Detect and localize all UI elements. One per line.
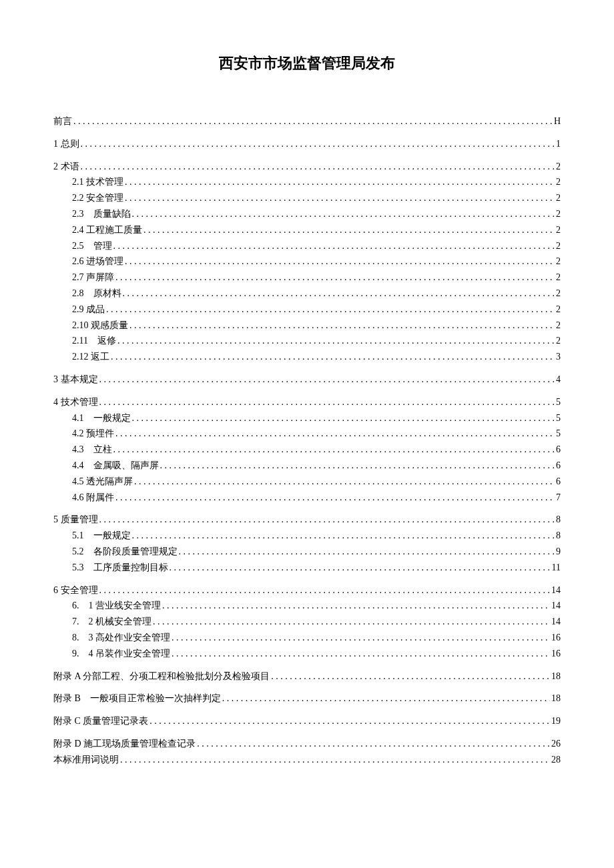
toc-leader-dots bbox=[123, 286, 555, 302]
toc-label: 4 技术管理 bbox=[53, 394, 98, 410]
toc-entry: 2.5 管理2 bbox=[53, 238, 561, 254]
toc-entry: 6 安全管理14 bbox=[53, 582, 561, 598]
toc-leader-dots bbox=[115, 270, 555, 286]
toc-page-number: 18 bbox=[551, 691, 561, 707]
toc-leader-dots bbox=[115, 426, 555, 442]
toc-entry: 6. 1 营业线安全管理14 bbox=[53, 598, 561, 614]
toc-page-number: 2 bbox=[556, 174, 561, 190]
toc-leader-dots bbox=[125, 190, 555, 206]
toc-label: 8. 3 高处作业安全管理 bbox=[72, 630, 170, 646]
toc-entry: 2.12 返工3 bbox=[53, 349, 561, 365]
toc-label: 2.7 声屏障 bbox=[72, 270, 114, 286]
toc-label: 附录 A 分部工程、分项工程和检验批划分及检验项目 bbox=[53, 669, 270, 685]
toc-leader-dots bbox=[117, 333, 555, 349]
toc-leader-dots bbox=[143, 222, 555, 238]
toc-label: 7. 2 机械安全管理 bbox=[72, 614, 151, 630]
toc-label: 2.11 返修 bbox=[72, 333, 116, 349]
toc-page-number: 18 bbox=[551, 669, 561, 685]
toc-entry: 附录 A 分部工程、分项工程和检验批划分及检验项目18 bbox=[53, 669, 561, 685]
toc-page-number: 14 bbox=[551, 614, 561, 630]
toc-page-number: 11 bbox=[552, 560, 561, 576]
document-page: 西安市市场监督管理局发布 前言H1 总则12 术语22.1 技术管理22.2 安… bbox=[0, 0, 614, 868]
toc-leader-dots bbox=[99, 582, 551, 598]
toc-entry: 2.3 质量缺陷2 bbox=[53, 206, 561, 222]
toc-leader-dots bbox=[162, 598, 550, 614]
toc-page-number: 8 bbox=[556, 512, 561, 528]
toc-leader-dots bbox=[99, 394, 555, 410]
toc-entry: 本标准用词说明28 bbox=[53, 752, 561, 768]
toc-leader-dots bbox=[99, 372, 555, 388]
toc-entry: 2.10 观感质量2 bbox=[53, 318, 561, 334]
toc-page-number: 4 bbox=[556, 372, 561, 388]
toc-leader-dots bbox=[115, 490, 555, 506]
toc-page-number: 26 bbox=[551, 736, 561, 752]
toc-page-number: 2 bbox=[556, 159, 561, 175]
toc-leader-dots bbox=[222, 691, 550, 707]
toc-page-number: 6 bbox=[556, 474, 561, 490]
toc-entry: 5.1 一般规定8 bbox=[53, 528, 561, 544]
toc-label: 2.6 进场管理 bbox=[72, 254, 123, 270]
toc-leader-dots bbox=[134, 474, 555, 490]
toc-page-number: 8 bbox=[556, 528, 561, 544]
toc-page-number: 2 bbox=[556, 333, 561, 349]
toc-leader-dots bbox=[172, 630, 550, 646]
toc-leader-dots bbox=[111, 349, 555, 365]
toc-entry: 前言H bbox=[53, 113, 561, 129]
toc-label: 9. 4 吊装作业安全管理 bbox=[72, 646, 170, 662]
toc-page-number: 2 bbox=[556, 206, 561, 222]
toc-page-number: 2 bbox=[556, 318, 561, 334]
toc-leader-dots bbox=[197, 736, 550, 752]
toc-entry: 4.4 金属吸、隔声屏6 bbox=[53, 458, 561, 474]
toc-entry: 5 质量管理8 bbox=[53, 512, 561, 528]
toc-leader-dots bbox=[120, 752, 550, 768]
toc-leader-dots bbox=[81, 136, 555, 152]
toc-leader-dots bbox=[113, 238, 555, 254]
toc-label: 2.3 质量缺陷 bbox=[72, 206, 131, 222]
toc-page-number: 6 bbox=[556, 442, 561, 458]
toc-entry: 4.5 透光隔声屏6 bbox=[53, 474, 561, 490]
toc-leader-dots bbox=[125, 254, 555, 270]
toc-entry: 3 基本规定4 bbox=[53, 372, 561, 388]
toc-entry: 2 术语2 bbox=[53, 159, 561, 175]
toc-label: 4.5 透光隔声屏 bbox=[72, 474, 133, 490]
toc-page-number: 2 bbox=[556, 254, 561, 270]
toc-entry: 2.11 返修2 bbox=[53, 333, 561, 349]
toc-label: 6 安全管理 bbox=[53, 582, 98, 598]
toc-page-number: 16 bbox=[551, 646, 561, 662]
toc-entry: 2.7 声屏障2 bbox=[53, 270, 561, 286]
toc-leader-dots bbox=[172, 646, 550, 662]
toc-label: 5.3 工序质量控制目标 bbox=[72, 560, 168, 576]
toc-page-number: H bbox=[554, 113, 561, 129]
toc-entry: 7. 2 机械安全管理14 bbox=[53, 614, 561, 630]
toc-leader-dots bbox=[132, 410, 555, 426]
toc-leader-dots bbox=[271, 669, 550, 685]
toc-page-number: 14 bbox=[551, 582, 561, 598]
toc-label: 附录 C 质量管理记录表 bbox=[53, 713, 148, 729]
toc-label: 本标准用词说明 bbox=[53, 752, 119, 768]
toc-leader-dots bbox=[170, 560, 551, 576]
toc-label: 4.1 一般规定 bbox=[72, 410, 131, 426]
toc-label: 2 术语 bbox=[53, 159, 79, 175]
toc-label: 2.5 管理 bbox=[72, 238, 112, 254]
toc-entry: 4.1 一般规定5 bbox=[53, 410, 561, 426]
toc-entry: 4.3 立柱6 bbox=[53, 442, 561, 458]
toc-entry: 8. 3 高处作业安全管理16 bbox=[53, 630, 561, 646]
toc-page-number: 9 bbox=[556, 544, 561, 560]
toc-page-number: 1 bbox=[556, 136, 561, 152]
toc-page-number: 5 bbox=[556, 410, 561, 426]
toc-leader-dots bbox=[73, 113, 553, 129]
toc-entry: 9. 4 吊装作业安全管理16 bbox=[53, 646, 561, 662]
toc-leader-dots bbox=[153, 614, 550, 630]
toc-leader-dots bbox=[129, 318, 555, 334]
toc-label: 2.10 观感质量 bbox=[72, 318, 128, 334]
toc-leader-dots bbox=[99, 512, 555, 528]
toc-page-number: 28 bbox=[551, 752, 561, 768]
toc-entry: 附录 B 一般项目正常检验一次抽样判定18 bbox=[53, 691, 561, 707]
toc-label: 2.8 原材料 bbox=[72, 286, 121, 302]
toc-page-number: 2 bbox=[556, 302, 561, 318]
toc-entry: 2.8 原材料2 bbox=[53, 286, 561, 302]
toc-entry: 4 技术管理5 bbox=[53, 394, 561, 410]
toc-entry: 2.6 进场管理2 bbox=[53, 254, 561, 270]
toc-leader-dots bbox=[81, 159, 555, 175]
toc-entry: 4.6 附属件7 bbox=[53, 490, 561, 506]
